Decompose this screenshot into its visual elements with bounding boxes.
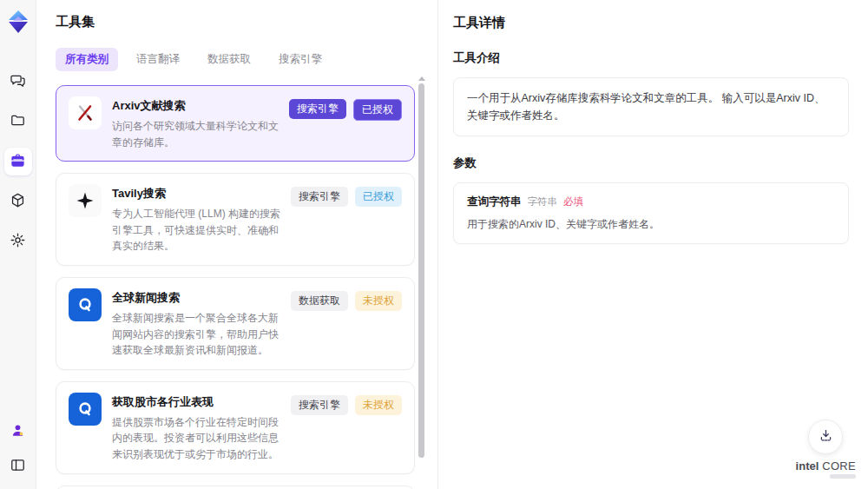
tavily-icon (69, 184, 102, 217)
parameter-name: 查询字符串 (467, 195, 522, 209)
toolbox-icon (10, 152, 26, 172)
auth-status-badge: 未授权 (355, 291, 402, 311)
sidebar-item-user[interactable] (4, 418, 32, 446)
tool-list: Arxiv文献搜索 访问各个研究领域大量科学论文和文章的存储库。 搜索引擎 已授… (56, 85, 415, 489)
gear-icon (10, 232, 26, 252)
news-q-icon (69, 393, 102, 426)
sidebar-item-chat[interactable] (4, 68, 32, 96)
auth-status-badge: 未授权 (355, 395, 402, 415)
scrollbar-thumb[interactable] (418, 83, 424, 458)
parameter-item: 查询字符串 字符串 必填 用于搜索的Arxiv ID、关键字或作者姓名。 (467, 195, 835, 232)
tool-card[interactable]: 获取股市各行业表现 提供股票市场各个行业在特定时间段内的表现。投资者可以利用这些… (56, 381, 415, 474)
params-box: 查询字符串 字符串 必填 用于搜索的Arxiv ID、关键字或作者姓名。 (453, 182, 849, 244)
tool-badges: 数据获取 未授权 (291, 288, 402, 359)
category-tabs: 所有类别 语言翻译 数据获取 搜索引擎 (56, 48, 437, 71)
list-scrollbar[interactable] (418, 76, 424, 484)
parameter-header: 查询字符串 字符串 必填 (467, 195, 835, 209)
params-section-title: 参数 (453, 155, 849, 171)
sidebar-nav (4, 68, 32, 255)
intel-core-text: intel CORE (796, 459, 856, 472)
parameter-description: 用于搜索的Arxiv ID、关键字或作者姓名。 (467, 217, 835, 232)
auth-status-badge: 已授权 (355, 187, 402, 207)
intro-box: 一个用于从Arxiv存储库搜索科学论文和文章的工具。 输入可以是Arxiv ID… (453, 77, 849, 136)
tool-name: 全球新闻搜索 (112, 290, 280, 306)
detail-title: 工具详情 (453, 15, 849, 31)
category-badge: 搜索引擎 (289, 99, 346, 119)
sidebar-item-collapse[interactable] (4, 453, 32, 480)
scrollbar-up-arrow[interactable] (418, 76, 425, 81)
category-tab-2[interactable]: 数据获取 (198, 48, 260, 71)
tool-badges: 搜索引擎 已授权 (291, 184, 402, 254)
tool-badges: 搜索引擎 已授权 (289, 96, 402, 150)
intro-text: 一个用于从Arxiv存储库搜索科学论文和文章的工具。 输入可以是Arxiv ID… (467, 89, 835, 124)
tool-card-body: 获取股市各行业表现 提供股票市场各个行业在特定时间段内的表现。投资者可以利用这些… (112, 393, 280, 463)
tool-description: 访问各个研究领域大量科学论文和文章的存储库。 (112, 118, 279, 150)
tool-name: Arxiv文献搜索 (112, 98, 279, 114)
sidebar-item-settings[interactable] (4, 228, 32, 255)
tool-card-body: 全球新闻搜索 全球新闻搜索是一个聚合全球各大新闻网站内容的搜索引擎，帮助用户快速… (112, 288, 280, 359)
tool-card-body: Tavily搜索 专为人工智能代理 (LLM) 构建的搜索引擎工具，可快速提供实… (112, 184, 280, 254)
tool-description: 专为人工智能代理 (LLM) 构建的搜索引擎工具，可快速提供实时、准确和真实的结… (112, 206, 280, 254)
intel-core-sub-badge (830, 474, 856, 479)
tool-name: 获取股市各行业表现 (112, 394, 280, 410)
tool-card[interactable]: 全球新闻搜索 全球新闻搜索是一个聚合全球各大新闻网站内容的搜索引擎，帮助用户快速… (56, 277, 415, 370)
chat-icon (10, 72, 26, 92)
tool-name: Tavily搜索 (112, 186, 280, 202)
tab-label: 搜索引擎 (279, 53, 322, 65)
app-logo (5, 9, 31, 35)
tool-card[interactable]: Tavily搜索 专为人工智能代理 (LLM) 构建的搜索引擎工具，可快速提供实… (56, 173, 415, 266)
category-tab-3[interactable]: 搜索引擎 (269, 48, 332, 71)
sidebar-bottom (4, 418, 32, 480)
page-title: 工具集 (56, 14, 437, 30)
cube-icon (10, 192, 26, 212)
tab-label: 语言翻译 (136, 53, 180, 65)
app-window: 工具集 所有类别 语言翻译 数据获取 搜索引擎 Arxiv文献搜索 访问各个研究… (0, 0, 868, 489)
sidebar-item-toolbox[interactable] (4, 148, 32, 175)
category-tab-1[interactable]: 语言翻译 (127, 48, 189, 71)
tool-list-panel: 工具集 所有类别 语言翻译 数据获取 搜索引擎 Arxiv文献搜索 访问各个研究… (36, 0, 438, 489)
parameter-type: 字符串 (528, 195, 558, 208)
user-icon (10, 422, 26, 442)
sidebar (0, 0, 36, 489)
category-tab-0[interactable]: 所有类别 (56, 48, 118, 71)
download-icon (819, 428, 833, 446)
floating-corner: intel CORE (796, 420, 856, 479)
intro-section-title: 工具介绍 (453, 50, 849, 66)
tool-card[interactable]: 获取市场最活跃股票信息 提供当天交易量最高的股票列表，投资者可以利用这些信息来识… (56, 486, 415, 489)
intel-core-logo: intel CORE (796, 459, 856, 479)
tool-description: 全球新闻搜索是一个聚合全球各大新闻网站内容的搜索引擎，帮助用户快速获取全球最新资… (112, 310, 280, 359)
news-q-icon (69, 288, 102, 321)
tool-badges: 搜索引擎 未授权 (291, 393, 402, 463)
sidebar-item-folder[interactable] (4, 108, 32, 135)
download-button[interactable] (808, 420, 843, 454)
category-badge: 搜索引擎 (291, 395, 348, 415)
tool-description: 提供股票市场各个行业在特定时间段内的表现。投资者可以利用这些信息来识别表现优于或… (112, 414, 280, 463)
category-badge: 数据获取 (291, 291, 348, 311)
category-badge: 搜索引擎 (291, 187, 348, 207)
sidebar-item-cube[interactable] (4, 188, 32, 215)
folder-icon (10, 112, 26, 132)
auth-status-badge: 已授权 (353, 99, 402, 121)
tab-label: 数据获取 (207, 53, 251, 65)
arxiv-icon (69, 96, 102, 129)
tool-card[interactable]: Arxiv文献搜索 访问各个研究领域大量科学论文和文章的存储库。 搜索引擎 已授… (56, 85, 415, 162)
tool-card-body: Arxiv文献搜索 访问各个研究领域大量科学论文和文章的存储库。 (112, 96, 279, 150)
tab-label: 所有类别 (65, 53, 108, 65)
parameter-required-flag: 必填 (563, 195, 583, 208)
panel-collapse-icon (10, 457, 26, 477)
tool-detail-panel: 工具详情 工具介绍 一个用于从Arxiv存储库搜索科学论文和文章的工具。 输入可… (438, 0, 868, 489)
